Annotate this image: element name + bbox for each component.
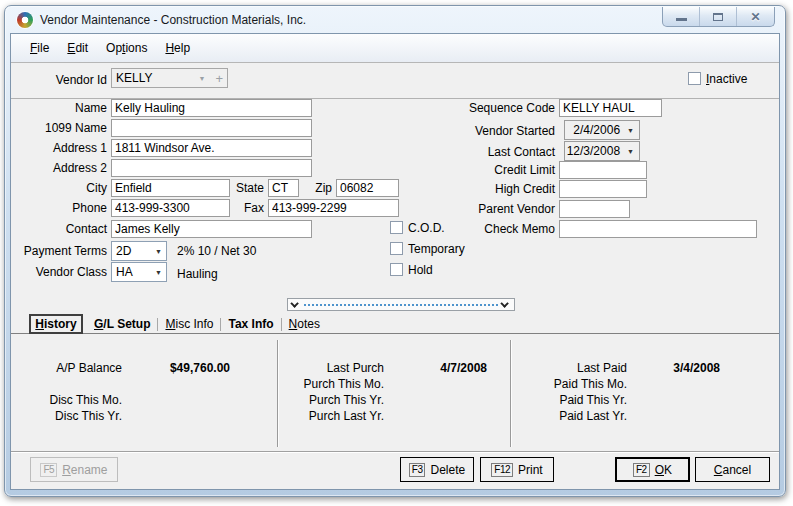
vendor-started-label: Vendor Started	[431, 122, 555, 140]
contact-input[interactable]	[111, 220, 312, 238]
tab-notes[interactable]: Notes	[282, 315, 327, 333]
inactive-checkbox[interactable]	[688, 72, 701, 85]
chevron-down-icon: ▼	[198, 75, 205, 82]
purch-this-mo-label: Purch This Mo.	[264, 377, 384, 392]
f3-key-badge: F3	[409, 463, 426, 477]
splitter-dotted-line	[304, 304, 498, 306]
vendor-class-label: Vendor Class	[11, 263, 107, 281]
client-area: File Edit Options Help Vendor Id KELLY ▼…	[10, 33, 780, 490]
address2-label: Address 2	[11, 159, 107, 177]
city-label: City	[11, 179, 107, 197]
menu-edit[interactable]: Edit	[58, 34, 97, 62]
menu-file[interactable]: File	[21, 34, 58, 62]
payment-terms-description: 2% 10 / Net 30	[177, 242, 256, 260]
state-input[interactable]	[268, 179, 299, 197]
temporary-checkbox[interactable]	[390, 242, 403, 255]
close-icon: ✕	[750, 10, 760, 24]
maximize-icon	[713, 13, 723, 21]
paid-this-yr-label: Paid This Yr.	[507, 393, 627, 408]
history-panel: A/P Balance $49,760.00 Disc This Mo. Dis…	[11, 333, 779, 451]
minimize-button[interactable]	[663, 7, 700, 26]
vendor-id-value: KELLY	[116, 71, 194, 85]
credit-limit-input[interactable]	[559, 161, 647, 179]
zip-label: Zip	[306, 179, 332, 197]
name-input[interactable]	[111, 99, 312, 117]
window-title: Vendor Maintenance - Construction Materi…	[40, 13, 306, 27]
maximize-button[interactable]	[700, 7, 737, 26]
city-input[interactable]	[111, 179, 230, 197]
zip-input[interactable]	[336, 179, 399, 197]
disc-this-yr-label: Disc This Yr.	[11, 409, 122, 424]
name-1099-label: 1099 Name	[11, 119, 107, 137]
rename-button[interactable]: F5 Rename	[30, 457, 118, 482]
buttonbar-separator	[11, 451, 779, 453]
chevron-down-icon	[500, 299, 508, 307]
address1-label: Address 1	[11, 139, 107, 157]
fax-label: Fax	[234, 199, 264, 217]
last-contact-value: 12/3/2008	[567, 144, 620, 158]
tab-history[interactable]: History	[29, 314, 83, 334]
fax-input[interactable]	[268, 199, 399, 217]
paid-this-mo-label: Paid This Mo.	[507, 377, 627, 392]
menu-options[interactable]: Options	[97, 34, 156, 62]
contact-label: Contact	[11, 220, 107, 238]
payment-terms-combobox[interactable]: 2D ▼	[111, 241, 167, 261]
last-purch-value: 4/7/2008	[384, 361, 487, 376]
hold-checkbox[interactable]	[390, 263, 403, 276]
ap-balance-label: A/P Balance	[11, 361, 122, 376]
vendor-class-description: Hauling	[177, 265, 218, 283]
f12-key-badge: F12	[491, 463, 513, 477]
payment-terms-value: 2D	[116, 244, 151, 258]
f2-key-badge: F2	[633, 463, 650, 477]
tab-tax-info[interactable]: Tax Info	[221, 315, 280, 333]
ap-balance-value: $49,760.00	[122, 361, 230, 376]
purch-this-yr-label: Purch This Yr.	[264, 393, 384, 408]
last-contact-label: Last Contact	[431, 143, 555, 161]
last-contact-datepicker[interactable]: 12/3/2008 ▼	[564, 141, 640, 161]
chevron-down-icon: ▼	[155, 248, 162, 255]
tab-gl-setup[interactable]: G/L Setup	[87, 315, 157, 333]
vendor-id-combobox[interactable]: KELLY ▼ +	[111, 68, 228, 88]
temporary-label: Temporary	[408, 240, 465, 258]
menu-help[interactable]: Help	[156, 34, 199, 62]
close-button[interactable]: ✕	[737, 7, 774, 26]
last-paid-label: Last Paid	[507, 361, 627, 376]
vendor-started-datepicker[interactable]: 2/4/2006 ▼	[564, 120, 640, 140]
vendor-class-combobox[interactable]: HA ▼	[111, 262, 167, 282]
f5-key-badge: F5	[40, 463, 57, 477]
chevron-down-icon: ▼	[155, 269, 162, 276]
ok-button[interactable]: F2 OK	[615, 457, 690, 482]
phone-input[interactable]	[111, 199, 230, 217]
cancel-button[interactable]: Cancel	[695, 457, 770, 482]
check-memo-label: Check Memo	[431, 220, 555, 238]
check-memo-input[interactable]	[559, 220, 757, 238]
delete-button-label: Delete	[430, 463, 465, 477]
menu-bar: File Edit Options Help	[11, 34, 779, 63]
tab-strip: G/L Setup Misc Info Tax Info Notes	[87, 315, 327, 333]
print-button[interactable]: F12 Print	[480, 457, 554, 482]
chevron-down-icon	[290, 299, 298, 307]
tab-misc-info[interactable]: Misc Info	[158, 315, 220, 333]
window-controls: ✕	[662, 7, 775, 27]
disc-this-mo-label: Disc This Mo.	[11, 393, 122, 408]
high-credit-label: High Credit	[431, 180, 555, 198]
high-credit-input[interactable]	[559, 180, 647, 198]
delete-button[interactable]: F3 Delete	[400, 457, 474, 482]
minimize-icon	[676, 18, 687, 21]
titlebar[interactable]: Vendor Maintenance - Construction Materi…	[5, 6, 785, 33]
sequence-code-label: Sequence Code	[431, 99, 555, 117]
parent-vendor-input[interactable]	[559, 200, 630, 218]
vendor-maintenance-window: Vendor Maintenance - Construction Materi…	[4, 5, 786, 497]
last-paid-value: 3/4/2008	[627, 361, 720, 376]
address2-input[interactable]	[111, 159, 312, 177]
address1-input[interactable]	[111, 139, 312, 157]
parent-vendor-label: Parent Vendor	[431, 200, 555, 218]
collapse-splitter-handle[interactable]	[287, 298, 515, 311]
inactive-label: Inactive	[706, 70, 747, 88]
name-1099-input[interactable]	[111, 119, 312, 137]
sequence-code-input[interactable]	[559, 99, 662, 117]
app-logo-icon	[17, 12, 33, 28]
cod-checkbox[interactable]	[390, 221, 403, 234]
last-purch-label: Last Purch	[264, 361, 384, 376]
rename-button-label: Rename	[62, 463, 107, 477]
